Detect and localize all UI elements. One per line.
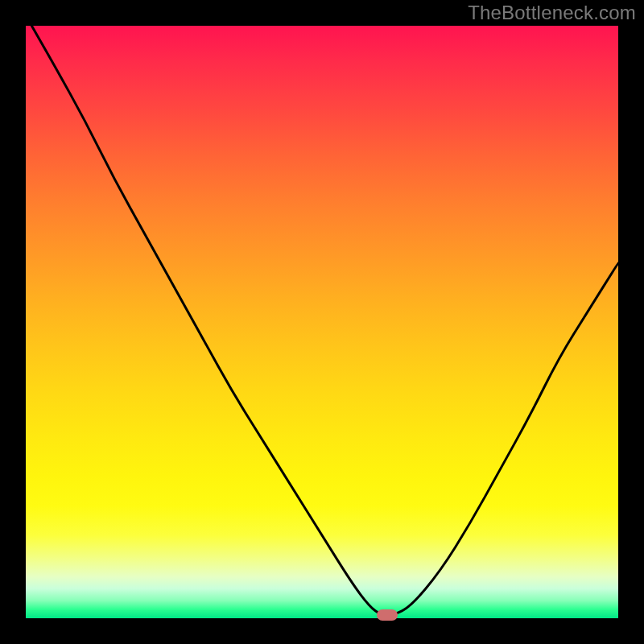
chart-frame: TheBottleneck.com (0, 0, 644, 644)
plot-background-gradient (26, 26, 618, 618)
watermark-text: TheBottleneck.com (468, 2, 636, 24)
